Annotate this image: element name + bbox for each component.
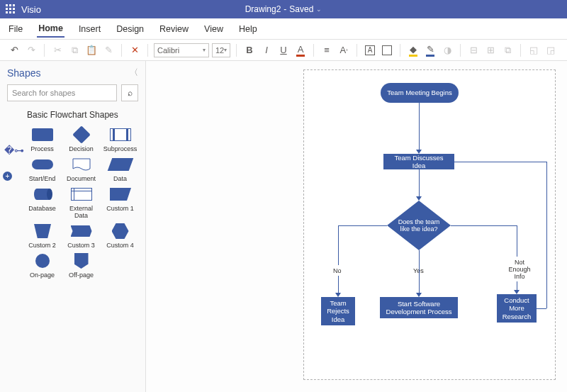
title-bar: Visio Drawing2 - Saved ⌄ (0, 0, 567, 18)
fill-color-button[interactable]: ◆ (406, 43, 420, 57)
font-size-select[interactable]: 12▾ (212, 43, 230, 57)
undo-button[interactable]: ↶ (7, 43, 21, 57)
page-boundary: Team Meeting Begins Team Discusses Idea … (303, 69, 556, 380)
italic-button[interactable]: I (259, 43, 274, 57)
connector[interactable] (517, 281, 517, 290)
bold-button[interactable]: B (242, 43, 257, 57)
node-reject[interactable]: Team Rejects Idea (321, 297, 355, 325)
svg-point-2 (47, 189, 52, 200)
shapes-panel: Shapes 〈 Search for shapes ⌕ �⊶ + Basic … (0, 61, 146, 392)
group-button[interactable]: ⧉ (500, 43, 515, 57)
node-discuss[interactable]: Team Discusses Idea (383, 154, 454, 169)
font-name-select[interactable]: Calibri▾ (154, 43, 209, 57)
app-launcher-icon[interactable] (6, 4, 16, 14)
redo-button[interactable]: ↷ (24, 43, 38, 57)
document-title[interactable]: Drawing2 - Saved ⌄ (245, 4, 322, 14)
menu-review[interactable]: Review (158, 21, 190, 37)
canvas[interactable]: Team Meeting Begins Team Discusses Idea … (146, 61, 567, 392)
copy-button[interactable]: ⧉ (67, 43, 82, 57)
connector[interactable] (419, 250, 420, 293)
label-no: No (333, 267, 342, 274)
effects-button[interactable]: ◑ (440, 43, 454, 57)
cut-button[interactable]: ✂ (50, 43, 64, 57)
search-button[interactable]: ⌕ (121, 84, 138, 101)
label-nei: Not Enough Info (505, 259, 534, 280)
text-format-button[interactable]: A› (337, 43, 351, 57)
menu-file[interactable]: File (7, 21, 24, 37)
delete-button[interactable]: ✕ (128, 43, 142, 57)
shape-data[interactable]: Data (102, 157, 138, 182)
node-start-dev[interactable]: Start Software Development Process (380, 297, 458, 318)
connector[interactable] (419, 169, 420, 198)
format-painter-button[interactable]: ✎ (101, 43, 116, 57)
shape-external-data[interactable]: External Data (63, 186, 99, 219)
shape-box-button[interactable] (380, 43, 394, 57)
line-color-button[interactable]: ✎ (423, 43, 437, 57)
arrow-head-icon (416, 196, 422, 201)
arrange-button[interactable]: ⊞ (483, 43, 498, 57)
shape-startend[interactable]: Start/End (24, 157, 60, 182)
shape-custom2[interactable]: Custom 2 (24, 223, 60, 249)
search-icon: ⌕ (128, 88, 133, 98)
shape-custom1[interactable]: Custom 1 (102, 186, 138, 219)
shapes-title: Shapes (7, 67, 40, 79)
send-back-button[interactable]: ◲ (544, 43, 558, 57)
shape-database[interactable]: Database (24, 186, 60, 219)
connector[interactable] (451, 225, 517, 226)
connector[interactable] (338, 225, 339, 265)
shape-document[interactable]: Document (63, 157, 99, 182)
shape-custom3[interactable]: Custom 3 (63, 223, 99, 249)
menu-home[interactable]: Home (37, 21, 64, 38)
connector[interactable] (546, 162, 547, 308)
menu-design[interactable]: Design (115, 21, 145, 37)
collapse-panel-button[interactable]: 〈 (130, 67, 138, 79)
menu-help[interactable]: Help (237, 21, 259, 37)
chevron-down-icon: ▾ (203, 47, 206, 53)
arrow-head-icon (514, 290, 520, 294)
menu-view[interactable]: View (203, 21, 225, 37)
app-name: Visio (21, 4, 41, 15)
connector[interactable] (537, 308, 546, 309)
paste-button[interactable]: 📋 (84, 43, 99, 57)
node-start[interactable]: Team Meeting Begins (381, 83, 459, 103)
menu-insert[interactable]: Insert (77, 21, 102, 37)
chevron-down-icon: ⌄ (316, 6, 322, 13)
node-research[interactable]: Conduct More Research (497, 294, 537, 323)
shape-subprocess[interactable]: Subprocess (102, 127, 138, 152)
arrow-head-icon (416, 150, 422, 154)
shape-decision[interactable]: Decision (63, 127, 99, 152)
chevron-down-icon: ▾ (224, 47, 227, 53)
align-button[interactable]: ≡ (320, 43, 334, 57)
arrow-head-icon (416, 293, 422, 297)
underline-button[interactable]: U (276, 43, 291, 57)
node-decision[interactable]: Does the team like the idea? (387, 201, 451, 250)
shape-process[interactable]: Process (24, 127, 60, 152)
align-objects-button[interactable]: ⊟ (466, 43, 481, 57)
shape-offpage[interactable]: Off-page (63, 253, 99, 279)
font-color-button[interactable]: A (293, 43, 308, 57)
connector[interactable] (338, 225, 387, 226)
shape-onpage[interactable]: On-page (24, 253, 60, 279)
toolbar: ↶ ↷ ✂ ⧉ 📋 ✎ ✕ Calibri▾ 12▾ B I U A ≡ A› … (0, 40, 567, 61)
shape-category-title: Basic Flowchart Shapes (27, 110, 138, 120)
stencil-tree-icon[interactable]: �⊶ (4, 145, 24, 156)
connector[interactable] (517, 225, 517, 257)
connector[interactable] (454, 162, 546, 162)
text-box-button[interactable]: A (363, 43, 377, 57)
arrow-head-icon (335, 293, 341, 297)
add-stencil-button[interactable]: + (3, 172, 12, 181)
shape-custom4[interactable]: Custom 4 (102, 223, 138, 249)
connector[interactable] (419, 103, 420, 150)
search-shapes-input[interactable]: Search for shapes (7, 84, 117, 101)
shape-grid: Process Decision Subprocess Start/End Do… (7, 127, 138, 279)
bring-front-button[interactable]: ◱ (527, 43, 541, 57)
menu-bar: File Home Insert Design Review View Help (0, 18, 567, 40)
connector[interactable] (338, 276, 339, 293)
